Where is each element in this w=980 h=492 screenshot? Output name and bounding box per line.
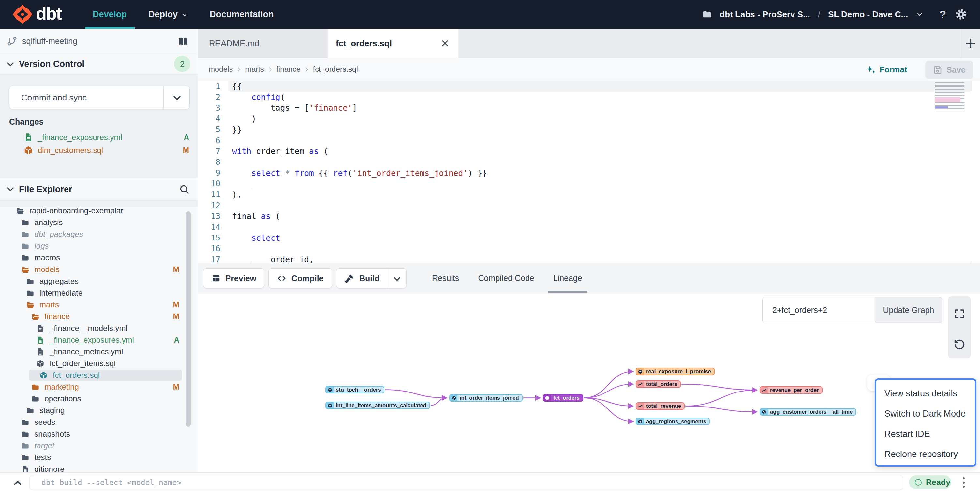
lineage-node[interactable]: fct_orders bbox=[543, 394, 583, 402]
search-icon[interactable] bbox=[179, 184, 190, 195]
context-menu-item[interactable]: Switch to Dark Mode bbox=[876, 404, 975, 424]
tree-item[interactable]: analysis bbox=[0, 217, 198, 228]
tree-item-icon bbox=[21, 418, 30, 427]
code-line: 17 order_id, bbox=[198, 254, 980, 263]
panel-tab[interactable]: Compiled Code bbox=[478, 263, 534, 294]
lineage-node[interactable]: agg_customer_orders__all_time bbox=[760, 408, 856, 416]
tree-item[interactable]: gitignore bbox=[0, 463, 198, 473]
minimap[interactable] bbox=[935, 82, 964, 110]
docs-book-icon[interactable] bbox=[177, 35, 190, 47]
lineage-node[interactable]: total_revenue bbox=[636, 402, 685, 410]
format-button[interactable]: Format bbox=[865, 58, 907, 81]
panel-tab[interactable]: Results bbox=[432, 263, 459, 294]
chevron-down-icon[interactable] bbox=[916, 10, 924, 18]
breadcrumb-item[interactable]: finance bbox=[277, 65, 313, 74]
breadcrumb-item[interactable]: models bbox=[208, 65, 245, 74]
lineage-node[interactable]: agg_regions_segments bbox=[636, 418, 710, 425]
code-editor[interactable]: 1{{2 config(3 tags = ['finance']4 )5}}67… bbox=[198, 81, 980, 263]
tree-item[interactable]: staging bbox=[0, 404, 198, 416]
scrollbar-thumb[interactable] bbox=[186, 211, 191, 427]
commit-and-sync-button[interactable]: Commit and sync bbox=[9, 86, 190, 109]
tree-item[interactable]: marketing M bbox=[0, 381, 198, 393]
context-menu-item[interactable]: Reclone repository bbox=[876, 444, 975, 464]
tree-item[interactable]: finance M bbox=[0, 311, 198, 322]
breadcrumb-item[interactable]: fct_orders.sql bbox=[313, 65, 358, 74]
chevron-down-icon[interactable] bbox=[171, 92, 183, 104]
settings-gear-icon[interactable] bbox=[955, 8, 967, 20]
tree-item[interactable]: fct_order_items.sql bbox=[0, 358, 198, 369]
build-button[interactable]: Build bbox=[336, 268, 407, 288]
tree-item[interactable]: intermediate bbox=[0, 287, 198, 299]
tab-readme[interactable]: README.md bbox=[198, 29, 328, 58]
save-button[interactable]: Save bbox=[925, 61, 973, 79]
help-button[interactable]: ? bbox=[939, 8, 946, 21]
tree-item[interactable]: snapshots bbox=[0, 428, 198, 440]
context-menu-item[interactable]: View status details bbox=[876, 383, 975, 404]
menu-item[interactable]: Documentation bbox=[210, 0, 274, 29]
branch-name: sqlfluff-meeting bbox=[22, 37, 77, 46]
tree-item[interactable]: operations bbox=[0, 393, 198, 404]
tree-item[interactable]: tests bbox=[0, 452, 198, 463]
file-explorer-header[interactable]: File Explorer bbox=[0, 178, 198, 201]
tree-item[interactable]: marts M bbox=[0, 299, 198, 311]
tree-item[interactable]: logs bbox=[0, 240, 198, 252]
tree-item-icon bbox=[36, 359, 45, 368]
lineage-node[interactable]: revenue_per_order bbox=[760, 386, 822, 394]
dbt-command-input[interactable]: dbt build --select <model_name> bbox=[29, 475, 903, 490]
chevron-up-icon[interactable] bbox=[12, 477, 24, 489]
code-line: 14 bbox=[198, 222, 980, 232]
changed-file-row[interactable]: _finance_exposures.yml A bbox=[0, 131, 198, 144]
status-badge[interactable]: Ready bbox=[909, 475, 951, 489]
tree-item[interactable]: target bbox=[0, 440, 198, 452]
lineage-node[interactable]: total_orders bbox=[636, 380, 681, 388]
menu-item[interactable]: Develop bbox=[92, 0, 127, 29]
lineage-node[interactable]: real_exposure_i_promise bbox=[636, 368, 714, 375]
tree-item[interactable]: _finance_exposures.yml A bbox=[0, 334, 198, 346]
update-graph-button[interactable]: Update Graph bbox=[875, 297, 942, 323]
tree-item[interactable]: fct_orders.sql bbox=[0, 369, 198, 381]
panel-tab[interactable]: Lineage bbox=[553, 263, 582, 294]
lineage-node[interactable]: int_order_items_joined bbox=[449, 394, 523, 402]
version-control-header[interactable]: Version Control 2 bbox=[0, 54, 198, 74]
lineage-canvas[interactable]: stg_tpch__orders int_line_items_amounts_… bbox=[198, 294, 980, 473]
sidebar: sqlfluff-meeting Version Control 2 Commi… bbox=[0, 29, 198, 473]
reset-rotate-ccw-icon[interactable] bbox=[954, 339, 965, 350]
tree-item[interactable]: dbt_packages bbox=[0, 228, 198, 240]
button-divider bbox=[163, 86, 164, 109]
tree-item[interactable]: _finance__models.yml bbox=[0, 322, 198, 334]
changed-file-row[interactable]: dim_customers.sql M bbox=[0, 144, 198, 157]
tree-item[interactable]: models M bbox=[0, 264, 198, 275]
context-menu-item[interactable]: Restart IDE bbox=[876, 424, 975, 444]
node-label: revenue_per_order bbox=[768, 387, 822, 393]
chevron-down-icon[interactable] bbox=[392, 274, 402, 284]
git-status-badge: M bbox=[173, 265, 179, 274]
tab-strip-divider bbox=[961, 29, 961, 58]
tab-fct-orders[interactable]: fct_orders.sql bbox=[328, 29, 458, 58]
tree-item-icon bbox=[26, 277, 35, 286]
project-name[interactable]: SL Demo - Dave C... bbox=[828, 10, 908, 19]
status-dot-icon bbox=[915, 479, 922, 486]
lineage-node[interactable]: int_line_items_amounts_calculated bbox=[325, 402, 430, 409]
tree-item[interactable]: rapid-onboarding-exemplar bbox=[0, 205, 198, 217]
tree-item[interactable]: _finance_metrics.yml bbox=[0, 346, 198, 358]
compile-button[interactable]: Compile bbox=[268, 268, 332, 288]
fullscreen-icon[interactable] bbox=[954, 308, 965, 320]
breadcrumb-item[interactable]: marts bbox=[245, 65, 277, 74]
tree-item[interactable]: aggregates bbox=[0, 275, 198, 287]
close-icon[interactable] bbox=[440, 38, 450, 48]
lineage-selector-input[interactable]: 2+fct_orders+2 bbox=[762, 297, 875, 323]
node-label: fct_orders bbox=[551, 395, 582, 401]
preview-button[interactable]: Preview bbox=[203, 268, 264, 288]
tree-item-label: marts bbox=[40, 300, 59, 309]
kebab-menu-icon[interactable] bbox=[961, 476, 967, 489]
lineage-node[interactable]: stg_tpch__orders bbox=[325, 386, 384, 393]
tree-item-label: operations bbox=[45, 394, 81, 403]
tree-item[interactable]: macros bbox=[0, 252, 198, 264]
node-label: stg_tpch__orders bbox=[334, 387, 384, 393]
tree-item[interactable]: seeds bbox=[0, 416, 198, 428]
account-name[interactable]: dbt Labs - ProServ S... bbox=[719, 10, 810, 19]
new-tab-plus-icon[interactable] bbox=[964, 37, 977, 50]
file-tree: rapid-onboarding-exemplar analysis dbt_p… bbox=[0, 205, 198, 473]
dbt-logo[interactable]: dbt bbox=[13, 4, 74, 24]
menu-item[interactable]: Deploy bbox=[148, 0, 188, 29]
